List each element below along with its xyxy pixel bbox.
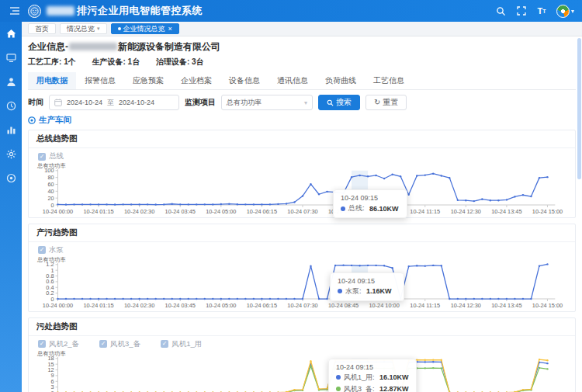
- svg-text:10-24 01:15: 10-24 01:15: [83, 302, 113, 309]
- svg-text:10-24 05:00: 10-24 05:00: [206, 302, 236, 309]
- svg-text:100: 100: [44, 167, 54, 174]
- checkbox-checked-icon[interactable]: ✓: [38, 246, 46, 254]
- target-icon: [6, 173, 16, 183]
- font-size-icon[interactable]: TT: [535, 4, 549, 18]
- checkbox-checked-icon[interactable]: ✓: [161, 340, 168, 348]
- sidebar-item-history[interactable]: [4, 99, 18, 113]
- chart-tooltip: 10-24 09:15总线: 86.10KW: [333, 189, 407, 218]
- content-area: 企业信息-新能源设备制造有限公司 工艺工序: 1个 生产设备: 1台 治理设备:…: [22, 36, 582, 392]
- nav-tab-enterprise-overview[interactable]: 企业情况总览×: [111, 23, 179, 34]
- fullscreen-icon[interactable]: [514, 4, 528, 18]
- nav-tab-overview[interactable]: 情况总览▾: [60, 23, 107, 34]
- legend-checkbox-fan2-backup[interactable]: ✓ 风机2_备: [38, 339, 79, 349]
- date-start[interactable]: 2024-10-24: [67, 99, 102, 106]
- svg-text:80: 80: [47, 174, 54, 181]
- user-avatar[interactable]: [556, 5, 570, 18]
- checkbox-checked-icon[interactable]: ✓: [99, 340, 107, 348]
- legend-checkbox-busline[interactable]: ✓ 总线: [38, 151, 64, 161]
- redacted-company-name: [69, 43, 117, 50]
- tab-load-curve[interactable]: 负荷曲线: [317, 72, 365, 89]
- svg-text:10-24 13:45: 10-24 13:45: [491, 302, 521, 309]
- svg-text:1.2: 1.2: [46, 261, 54, 268]
- search-button[interactable]: 搜索: [318, 95, 360, 110]
- pollution-production-line-chart[interactable]: 总有功功率00.20.40.60.811.210-24 00:0010-24 0…: [35, 255, 569, 310]
- svg-text:10-24 00:00: 10-24 00:00: [43, 302, 73, 309]
- sidebar-item-statistics[interactable]: [4, 123, 18, 137]
- section-tabs: 用电数据 报警信息 应急预案 企业档案 设备信息 通讯信息 负荷曲线 工艺信息: [28, 72, 576, 90]
- tab-device-info[interactable]: 设备信息: [220, 72, 268, 89]
- date-end[interactable]: 2024-10-24: [119, 99, 154, 106]
- app-logo-icon: [28, 5, 41, 18]
- chevron-down-icon: ▾: [97, 24, 100, 33]
- svg-text:60: 60: [47, 181, 54, 188]
- bus-trend-line-chart[interactable]: 总有功功率02040608010010-24 00:0010-24 01:151…: [35, 161, 569, 217]
- sidebar-item-user[interactable]: [4, 75, 18, 88]
- svg-text:10-24 06:15: 10-24 06:15: [247, 302, 277, 309]
- app-window: 排污企业用电智能管控系统 TT ▾: [0, 0, 582, 392]
- svg-text:10-24 13:45: 10-24 13:45: [491, 208, 521, 215]
- monitor-item-select[interactable]: 总有功功率 ▾: [221, 95, 313, 110]
- legend-checkbox-pump[interactable]: ✓ 水泵: [38, 245, 64, 255]
- sidebar-item-monitor[interactable]: [4, 50, 18, 64]
- legend-checkbox-fan1-active[interactable]: ✓ 风机1_用: [161, 339, 202, 349]
- line-chart-svg: 总有功功率00.20.40.60.811.210-24 00:0010-24 0…: [35, 255, 569, 310]
- svg-text:10-24 11:15: 10-24 11:15: [410, 208, 440, 215]
- svg-text:10-24 07:30: 10-24 07:30: [287, 302, 317, 309]
- chart-title: 产污趋势图: [29, 224, 575, 242]
- user-icon: [6, 77, 16, 87]
- tab-power-data[interactable]: 用电数据: [28, 72, 76, 89]
- checkbox-checked-icon[interactable]: ✓: [38, 153, 46, 161]
- svg-text:40: 40: [47, 188, 54, 195]
- date-range-input[interactable]: 2024-10-24 至 2024-10-24: [49, 95, 179, 110]
- tab-enterprise-archive[interactable]: 企业档案: [172, 72, 220, 89]
- workshop-link[interactable]: 生产车间: [28, 115, 576, 126]
- checkbox-checked-icon[interactable]: ✓: [38, 340, 46, 348]
- time-label: 时间: [28, 97, 43, 108]
- calendar-icon: [54, 99, 62, 106]
- monitor-icon: [6, 53, 16, 63]
- sidebar-toggle-icon[interactable]: [8, 4, 22, 18]
- svg-text:10-24 15:00: 10-24 15:00: [532, 208, 563, 215]
- nav-tab-bar: 首页 情况总览▾ 企业情况总览×: [22, 22, 582, 36]
- bar-chart-icon: [6, 125, 16, 135]
- chevron-down-icon: ▾: [304, 99, 307, 106]
- svg-text:10-24 03:45: 10-24 03:45: [165, 208, 196, 215]
- chart-tooltip: 10-24 09:15风机1_用: 16.10KW风机3_备: 12.87KW风…: [328, 359, 417, 392]
- svg-text:18: 18: [47, 355, 54, 362]
- sidebar-item-target[interactable]: [4, 171, 18, 185]
- search-icon[interactable]: [494, 4, 508, 18]
- svg-text:10-24 02:30: 10-24 02:30: [124, 208, 154, 215]
- close-icon[interactable]: ×: [168, 26, 172, 33]
- home-icon: [6, 29, 16, 39]
- chart-legend: ✓ 水泵: [38, 245, 569, 255]
- scrollbar-thumb[interactable]: [577, 38, 581, 179]
- svg-text:10-24 15:00: 10-24 15:00: [532, 302, 563, 309]
- line-chart-svg: 总有功功率036912151810-24 00:0010-24 01:1510-…: [35, 349, 569, 392]
- date-separator: 至: [107, 98, 114, 108]
- chart-title: 污处趋势图: [29, 318, 575, 336]
- chart-card-pollution-treatment-trend: 污处趋势图 ✓ 风机2_备 ✓ 风机3_备: [28, 317, 576, 392]
- tab-communication-info[interactable]: 通讯信息: [268, 72, 317, 89]
- monitor-item-label: 监测项目: [185, 97, 216, 108]
- svg-text:10-24 11:15: 10-24 11:15: [410, 302, 440, 309]
- chart-legend: ✓ 总线: [38, 151, 569, 161]
- svg-text:10-24 12:30: 10-24 12:30: [451, 302, 481, 309]
- svg-text:10-24 00:00: 10-24 00:00: [43, 208, 73, 215]
- avatar-caret-icon[interactable]: ▾: [571, 8, 574, 15]
- reset-button[interactable]: ↻ 重置: [365, 95, 407, 110]
- nav-tab-home[interactable]: 首页: [28, 23, 56, 34]
- svg-text:10-24 12:30: 10-24 12:30: [451, 208, 481, 215]
- svg-text:10-24 06:15: 10-24 06:15: [247, 208, 277, 215]
- company-stats: 工艺工序: 1个 生产设备: 1台 治理设备: 3台: [28, 57, 576, 68]
- tab-alarm-info[interactable]: 报警信息: [76, 72, 124, 89]
- pollution-treatment-line-chart[interactable]: 总有功功率036912151810-24 00:0010-24 01:1510-…: [35, 349, 569, 392]
- chart-tooltip: 10-24 09:15水泵: 1.16KW: [330, 272, 404, 301]
- svg-text:20: 20: [47, 195, 54, 202]
- sidebar-item-home[interactable]: [4, 26, 18, 40]
- legend-checkbox-fan3-backup[interactable]: ✓ 风机3_备: [99, 339, 140, 349]
- tab-process-info[interactable]: 工艺信息: [365, 72, 413, 89]
- sidebar-item-settings[interactable]: [4, 147, 18, 161]
- tab-emergency-plan[interactable]: 应急预案: [124, 72, 172, 89]
- app-title: 排污企业用电智能管控系统: [77, 4, 203, 18]
- sidebar: [0, 22, 22, 392]
